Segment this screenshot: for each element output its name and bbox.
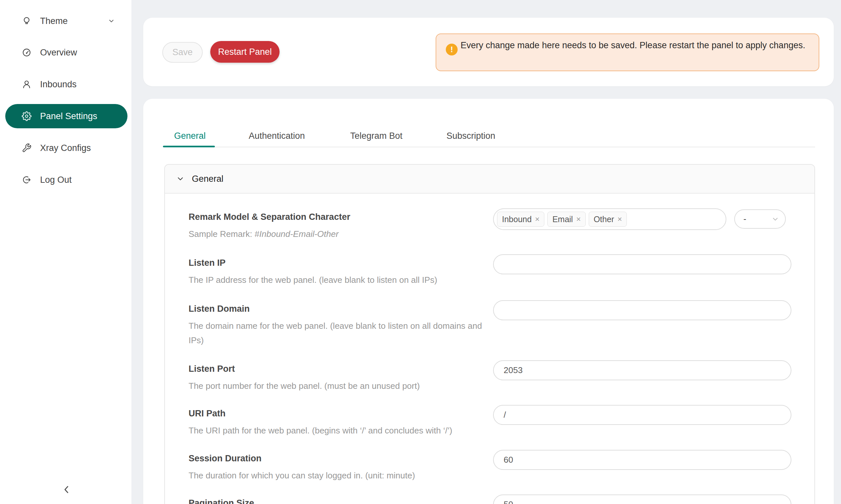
tabs-divider: [164, 147, 815, 147]
separator-value: -: [743, 214, 746, 224]
form-row-pagination-size: Pagination Size: [189, 494, 800, 504]
tab-telegram-bot[interactable]: Telegram Bot: [350, 129, 402, 143]
form-row-listen-port: Listen Port The port number for the web …: [189, 360, 800, 393]
sample-remark-prefix: Sample Remark:: [189, 229, 255, 239]
logout-icon: [22, 175, 32, 185]
form-row-listen-ip: Listen IP The IP address for the web pan…: [189, 254, 800, 287]
sidebar-item-panel-settings[interactable]: Panel Settings: [5, 104, 127, 128]
lightbulb-icon: [22, 16, 32, 26]
dashboard-gauge-icon: [22, 48, 32, 57]
panel-section-title: General: [192, 174, 223, 184]
listen-port-input[interactable]: [493, 360, 791, 380]
sample-remark-value: #Inbound-Email-Other: [255, 229, 339, 239]
tab-subscription[interactable]: Subscription: [446, 129, 495, 143]
field-description: The URI path for the web panel. (begins …: [189, 423, 484, 438]
tag-other: Other ×: [589, 212, 627, 227]
field-description: The domain name for the web panel. (leav…: [189, 319, 484, 347]
session-duration-input[interactable]: [493, 450, 791, 470]
form-row-listen-domain: Listen Domain The domain name for the we…: [189, 300, 800, 347]
warning-alert-text: Every change made here needs to be saved…: [461, 38, 806, 53]
sidebar-item-label: Log Out: [40, 175, 72, 185]
remark-control: Inbound × Email × Other × -: [493, 209, 791, 230]
pagination-size-input[interactable]: [493, 494, 791, 504]
settings-card: General Authentication Telegram Bot Subs…: [143, 99, 834, 504]
user-icon: [22, 79, 32, 89]
chevron-down-icon: [771, 215, 779, 223]
restart-panel-button[interactable]: Restart Panel: [210, 41, 279, 63]
tag-email: Email ×: [547, 212, 586, 227]
tag-close-icon[interactable]: ×: [535, 215, 539, 223]
sidebar-item-inbounds[interactable]: Inbounds: [5, 72, 127, 96]
tab-general[interactable]: General: [174, 129, 206, 143]
warning-icon: !: [446, 43, 458, 55]
tag-label: Inbound: [502, 215, 532, 224]
tab-authentication[interactable]: Authentication: [249, 129, 305, 143]
field-description: Sample Remark: #Inbound-Email-Other: [189, 227, 484, 241]
sidebar-collapse-button[interactable]: [60, 483, 73, 496]
chevron-down-icon: [108, 17, 115, 24]
form-row-remark: Remark Model & Separation Character Samp…: [189, 209, 800, 241]
tag-label: Email: [552, 215, 573, 224]
sidebar-item-label: Overview: [40, 48, 77, 58]
chevron-down-icon: [176, 175, 185, 183]
warning-alert: ! Every change made here needs to be sav…: [435, 34, 819, 71]
general-panel-header[interactable]: General: [165, 165, 814, 194]
form-row-session-duration: Session Duration The duration for which …: [189, 450, 800, 483]
sidebar-item-label: Panel Settings: [40, 111, 97, 121]
sidebar-item-label: Theme: [40, 16, 68, 26]
listen-domain-input[interactable]: [493, 300, 791, 320]
separator-select[interactable]: -: [734, 209, 786, 229]
active-tab-underline: [163, 146, 215, 147]
sidebar-item-theme[interactable]: Theme: [5, 9, 127, 33]
tag-inbound: Inbound ×: [497, 212, 544, 227]
chevron-left-icon: [60, 483, 73, 496]
tag-close-icon[interactable]: ×: [576, 215, 581, 223]
field-description: The duration for which you can stay logg…: [189, 468, 484, 483]
listen-ip-input[interactable]: [493, 254, 791, 274]
save-button[interactable]: Save: [162, 42, 203, 63]
wrench-icon: [22, 143, 32, 153]
tag-close-icon[interactable]: ×: [617, 215, 622, 223]
form-row-uri-path: URI Path The URI path for the web panel.…: [189, 405, 800, 438]
sidebar-item-label: Inbounds: [40, 79, 76, 90]
remark-model-tags-select[interactable]: Inbound × Email × Other ×: [493, 209, 726, 230]
field-description: The IP address for the web panel. (leave…: [189, 273, 484, 287]
tag-label: Other: [594, 215, 614, 224]
sidebar-item-xray-configs[interactable]: Xray Configs: [5, 136, 127, 160]
sidebar: Theme Overview Inbounds: [0, 0, 132, 504]
gear-icon: [22, 111, 32, 121]
sidebar-item-overview[interactable]: Overview: [5, 40, 127, 65]
uri-path-input[interactable]: [493, 405, 791, 425]
sidebar-item-log-out[interactable]: Log Out: [5, 168, 127, 192]
general-collapse-panel: General Remark Model & Separation Charac…: [164, 164, 815, 504]
toolbar-card: Save Restart Panel ! Every change made h…: [143, 18, 834, 86]
field-description: The port number for the web panel. (must…: [189, 379, 484, 393]
sidebar-item-label: Xray Configs: [40, 143, 91, 153]
